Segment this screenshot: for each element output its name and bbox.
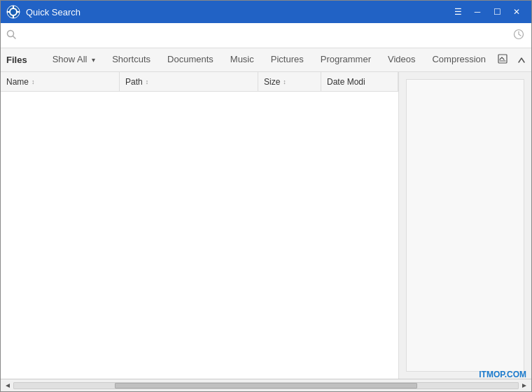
search-bar <box>1 23 531 48</box>
preview-panel <box>398 72 531 379</box>
search-icon <box>6 29 16 41</box>
name-sort-icon: ↕ <box>31 78 35 85</box>
svg-line-7 <box>13 36 16 39</box>
window-title: Quick Search <box>26 7 449 18</box>
tab-videos[interactable]: Videos <box>379 50 424 70</box>
scroll-right-arrow[interactable] <box>519 380 530 391</box>
size-sort-icon: ↕ <box>283 78 286 85</box>
horizontal-scrollbar[interactable] <box>1 379 531 391</box>
tab-documents[interactable]: Documents <box>159 50 222 70</box>
close-button[interactable]: ✕ <box>507 5 526 19</box>
app-icon <box>6 5 20 19</box>
column-header-size[interactable]: Size ↕ <box>258 72 321 91</box>
svg-marker-11 <box>6 384 10 388</box>
svg-rect-9 <box>498 55 507 63</box>
edit-button[interactable] <box>494 52 511 68</box>
main-content: Name ↕ Path ↕ Size ↕ Date Modi <box>1 72 531 379</box>
search-history-button[interactable] <box>512 27 526 43</box>
maximize-button[interactable]: ☐ <box>488 5 506 19</box>
tab-pictures[interactable]: Pictures <box>262 50 312 70</box>
scroll-thumb[interactable] <box>115 383 417 388</box>
column-header-name[interactable]: Name ↕ <box>1 72 120 91</box>
column-header-date[interactable]: Date Modi <box>321 72 398 91</box>
app-window: Quick Search ☰ ─ ☐ ✕ Files <box>0 0 532 392</box>
title-bar: Quick Search ☰ ─ ☐ ✕ <box>1 1 531 23</box>
tab-show-all[interactable]: Show All ▾ <box>44 50 104 70</box>
window-controls: ☰ ─ ☐ ✕ <box>449 5 526 19</box>
tab-compression[interactable]: Compression <box>424 50 494 70</box>
show-all-dropdown-icon: ▾ <box>92 56 95 64</box>
content-area: Files Show All ▾ Shortcuts Documents Mus… <box>1 48 531 391</box>
table-area: Name ↕ Path ↕ Size ↕ Date Modi <box>1 72 398 379</box>
minimize-button[interactable]: ─ <box>468 5 486 19</box>
files-label: Files <box>6 55 36 65</box>
table-header: Name ↕ Path ↕ Size ↕ Date Modi <box>1 72 398 92</box>
table-body <box>1 92 398 379</box>
menu-button[interactable]: ☰ <box>449 5 467 19</box>
toolbar: Files Show All ▾ Shortcuts Documents Mus… <box>1 48 531 72</box>
search-input[interactable] <box>20 30 512 41</box>
collapse-button[interactable] <box>514 52 529 68</box>
tab-programmer[interactable]: Programmer <box>312 50 379 70</box>
svg-marker-12 <box>522 384 526 388</box>
toolbar-actions <box>494 52 529 68</box>
column-header-path[interactable]: Path ↕ <box>120 72 258 91</box>
tab-bar: Show All ▾ Shortcuts Documents Music Pic… <box>44 50 494 70</box>
tab-shortcuts[interactable]: Shortcuts <box>104 50 159 70</box>
scroll-track[interactable] <box>13 382 519 389</box>
path-sort-icon: ↕ <box>146 78 149 85</box>
tab-music[interactable]: Music <box>222 50 262 70</box>
preview-inner <box>406 79 524 372</box>
scroll-left-arrow[interactable] <box>2 380 13 391</box>
